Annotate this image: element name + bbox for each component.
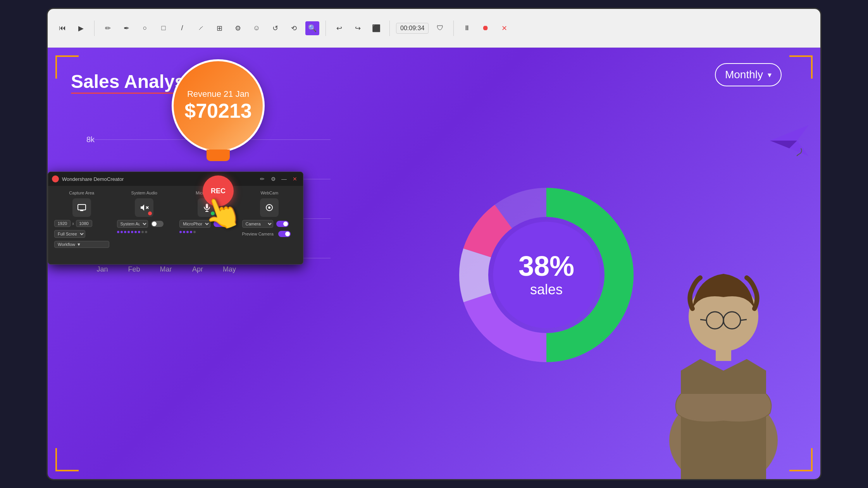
workflow-arrow-icon: ▼ <box>77 242 81 247</box>
screen-bezel: ⏮ ▶ ✏ ✒ ○ □ / ⟋ ⊞ ⚙ ☺ ↺ ⟲ 🔍 ↩ ↪ ⬛ 00:09:… <box>46 8 822 480</box>
svg-point-25 <box>268 206 270 209</box>
rotate-icon[interactable]: ⟲ <box>287 21 301 35</box>
undo-icon[interactable]: ↩ <box>332 21 346 35</box>
level-dot-5 <box>131 231 133 233</box>
level-dot-7 <box>138 231 140 233</box>
edit-ctrl-icon[interactable]: ✏ <box>258 175 267 183</box>
donut-percent: 38% <box>518 252 574 280</box>
x-separator: x <box>72 221 74 226</box>
mic-dot-1 <box>179 231 182 233</box>
mic-dot-3 <box>186 231 189 233</box>
camera-toggle[interactable] <box>276 221 289 227</box>
democreator-titlebar: Wondershare DemoCreator ✏ ⚙ — ✕ <box>48 172 303 186</box>
line-icon[interactable]: / <box>175 21 189 35</box>
cursor-icon[interactable]: ↺ <box>268 21 282 35</box>
democreator-controls: ✏ ⚙ — ✕ <box>258 175 299 183</box>
monthly-dropdown[interactable]: Monthly ▾ <box>715 63 782 86</box>
chart-labels: Jan Feb Mar Apr May <box>90 265 331 273</box>
democreator-title: Wondershare DemoCreator <box>62 176 124 182</box>
timer-display: 00:09:34 <box>396 23 429 34</box>
revenue-bubble: Revenue 21 Jan $70213 <box>172 59 272 160</box>
svg-line-12 <box>700 320 706 320</box>
audio-muted-badge <box>148 211 152 215</box>
paper-plane-svg <box>770 125 809 156</box>
workflow-button[interactable]: Workflow ▼ <box>54 241 109 248</box>
audio-level-row <box>117 231 172 233</box>
emoji-icon[interactable]: ☺ <box>250 21 264 35</box>
close-toolbar-icon[interactable]: ✕ <box>497 21 511 35</box>
level-dot-9 <box>145 231 147 233</box>
system-audio-select[interactable]: System Au... <box>117 220 148 228</box>
corner-bl <box>55 448 79 471</box>
redo-icon[interactable]: ↪ <box>351 21 365 35</box>
pause-icon[interactable]: ⏸ <box>460 21 474 35</box>
divider-3 <box>389 21 390 36</box>
pencil-icon[interactable]: ✏ <box>101 21 115 35</box>
close-democreator-icon[interactable]: ✕ <box>291 175 299 183</box>
settings-ctrl-icon[interactable]: ⚙ <box>269 175 277 183</box>
system-audio-label: System Audio <box>117 191 172 195</box>
play-icon[interactable]: ▶ <box>74 21 88 35</box>
monthly-label: Monthly <box>725 69 763 81</box>
zoom-icon[interactable]: 🔍 <box>305 21 319 35</box>
screen-capture-icon <box>77 203 86 212</box>
diagonal-icon[interactable]: ⟋ <box>194 21 208 35</box>
divider-4 <box>453 21 454 36</box>
divider-1 <box>94 21 95 36</box>
person-image <box>650 239 797 479</box>
paper-plane <box>770 125 809 158</box>
system-audio-toggle[interactable] <box>151 221 164 227</box>
webcam-icon-btn[interactable] <box>260 198 279 217</box>
grid-icon[interactable]: ⊞ <box>212 21 226 35</box>
system-audio-icon-btn[interactable] <box>135 198 153 217</box>
bubble-tab <box>207 149 230 161</box>
chevron-down-icon: ▾ <box>768 70 772 79</box>
svg-rect-8 <box>716 345 731 361</box>
bubble-circle: Revenue 21 Jan $70213 <box>172 59 265 152</box>
camera-icon <box>265 203 274 212</box>
donut-center: 38% sales <box>518 252 574 298</box>
capture-area-section: Capture Area x <box>54 191 109 248</box>
camera-select[interactable]: Camera <box>242 220 273 228</box>
minimize-icon[interactable]: — <box>280 175 288 183</box>
record-icon[interactable]: ⏺ <box>479 21 493 35</box>
gear-icon[interactable]: ⚙ <box>231 21 245 35</box>
preview-camera-toggle[interactable] <box>278 231 291 237</box>
preset-select[interactable]: Full Screen <box>54 230 85 238</box>
mic-dot-2 <box>183 231 185 233</box>
workflow-label: Workflow <box>58 242 75 247</box>
shield-icon[interactable]: 🛡 <box>433 21 447 35</box>
toolbar: ⏮ ▶ ✏ ✒ ○ □ / ⟋ ⊞ ⚙ ☺ ↺ ⟲ 🔍 ↩ ↪ ⬛ 00:09:… <box>48 9 820 48</box>
mic-level-row <box>179 231 234 233</box>
democreator-panel: Wondershare DemoCreator ✏ ⚙ — ✕ Capture … <box>48 172 303 265</box>
mic-dot-5 <box>193 231 196 233</box>
square-icon[interactable]: □ <box>157 21 170 35</box>
level-dot-6 <box>134 231 137 233</box>
preview-camera-label: Preview Camera <box>242 232 274 236</box>
level-dot-8 <box>141 231 144 233</box>
fullscreen-row: Full Screen <box>54 230 109 238</box>
svg-rect-16 <box>78 204 86 210</box>
webcam-label: WebCam <box>242 191 297 195</box>
level-dot-4 <box>127 231 130 233</box>
circle-icon[interactable]: ○ <box>138 21 152 35</box>
right-panel: Monthly ▾ <box>350 48 820 479</box>
system-audio-section: System Audio System Au... <box>117 191 172 248</box>
democreator-body: Capture Area x <box>48 186 303 253</box>
skip-back-icon[interactable]: ⏮ <box>55 21 69 35</box>
webcam-section: WebCam Camera Preview Ca <box>242 191 297 248</box>
x-label-jan: Jan <box>90 265 114 273</box>
save-icon[interactable]: ⬛ <box>369 21 383 35</box>
preview-camera-row: Preview Camera <box>242 231 297 237</box>
capture-area-icon-btn[interactable] <box>72 198 91 217</box>
x-label-apr: Apr <box>186 265 210 273</box>
donut-chart: 38% sales <box>450 178 643 372</box>
pen-icon[interactable]: ✒ <box>119 21 133 35</box>
x-label-mar: Mar <box>154 265 178 273</box>
width-input[interactable] <box>54 220 71 227</box>
height-input[interactable] <box>76 220 92 227</box>
person-svg <box>650 239 797 479</box>
level-dot-3 <box>124 231 126 233</box>
x-label-feb: Feb <box>122 265 146 273</box>
revenue-value: $70213 <box>184 99 252 122</box>
